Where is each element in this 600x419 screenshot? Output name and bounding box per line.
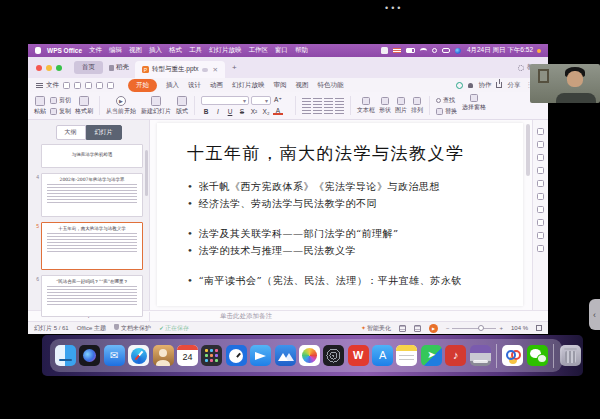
sync-icon[interactable] — [456, 82, 463, 89]
zoom-slider[interactable] — [452, 328, 496, 329]
new-tab-button[interactable]: + — [232, 63, 237, 72]
notes-app-icon[interactable] — [396, 345, 417, 366]
bullet-list-icon[interactable] — [302, 98, 311, 105]
align-left-icon[interactable] — [302, 107, 311, 114]
screenshot-preview-icon[interactable] — [470, 345, 491, 366]
close-window-button[interactable] — [36, 65, 42, 71]
arrange-button[interactable]: 排列 — [411, 97, 423, 115]
contacts-icon[interactable] — [153, 345, 174, 366]
slide-page[interactable]: 十五年前，南大的法学与法教义学 张千帆《西方宪政体系》《宪法学导论》与政治思想 … — [157, 123, 523, 306]
minimize-window-button[interactable] — [46, 65, 52, 71]
preview-icon[interactable] — [85, 82, 92, 89]
launchpad-icon[interactable] — [201, 345, 222, 366]
paste-button[interactable]: 粘贴 — [34, 96, 46, 116]
transition-icon[interactable] — [537, 219, 544, 226]
textbox-button[interactable]: 文本框 — [357, 97, 375, 115]
siri-icon[interactable] — [455, 48, 461, 54]
flag-icon[interactable] — [393, 48, 401, 53]
indent-increase-icon[interactable] — [335, 98, 344, 105]
netease-music-icon[interactable]: ♪ — [445, 345, 466, 366]
shape-button[interactable]: 形状 — [379, 97, 391, 115]
ribbon-tab-design[interactable]: 设计 — [188, 81, 201, 90]
call-more-menu[interactable]: ••• — [385, 3, 403, 13]
menu-format[interactable]: 格式 — [169, 46, 182, 55]
ribbon-tab-view[interactable]: 视图 — [296, 81, 309, 90]
finder-icon[interactable] — [55, 345, 76, 366]
zoom-level[interactable]: 104 % — [511, 325, 528, 331]
menu-help[interactable]: 帮助 — [295, 46, 308, 55]
app-name[interactable]: WPS Office — [47, 47, 82, 54]
slide-thumbnail-3[interactable]: 与德宪法学的初相遇 — [41, 144, 143, 168]
numbered-list-icon[interactable] — [313, 98, 322, 105]
ribbon-tab-review[interactable]: 审阅 — [274, 81, 287, 90]
bold-button[interactable]: B — [201, 107, 211, 116]
slide-thumbnail-5-selected[interactable]: 十五年前，南大的法学与法教义学 — [41, 222, 143, 270]
zoom-slider-knob[interactable] — [478, 325, 484, 331]
italic-button[interactable]: I — [213, 107, 223, 116]
menu-workspace[interactable]: 工作区 — [249, 46, 269, 55]
mountain-app-icon[interactable] — [275, 345, 296, 366]
protection-status[interactable]: 文档未保护 — [114, 324, 151, 333]
copy-button[interactable]: 复制 — [50, 107, 71, 116]
comment-icon[interactable] — [537, 180, 544, 187]
photos-icon[interactable] — [299, 345, 320, 366]
font-size-select[interactable]: ▾ — [251, 96, 271, 105]
save-icon[interactable] — [63, 82, 70, 89]
wps-office-icon[interactable]: W — [348, 345, 369, 366]
webcam-video-tile[interactable] — [530, 64, 600, 103]
redo-icon[interactable] — [107, 82, 114, 89]
grow-font-button[interactable]: A⁺ — [273, 96, 283, 105]
replace-button[interactable]: 替换 — [436, 107, 457, 116]
layers-icon[interactable] — [537, 167, 544, 174]
menu-tools[interactable]: 工具 — [189, 46, 202, 55]
font-family-select[interactable]: ▾ — [201, 96, 249, 105]
siri-dock-icon[interactable] — [79, 345, 100, 366]
align-right-icon[interactable] — [324, 107, 333, 114]
slide-scrollbar[interactable] — [526, 124, 530, 176]
layout-button[interactable]: 版式 — [176, 94, 188, 117]
slide-thumbnail-4[interactable]: 2002年-2007年的法学与法学界 — [41, 173, 143, 217]
selection-pane-button[interactable]: 选择窗格 — [462, 94, 486, 117]
menu-insert[interactable]: 插入 — [149, 46, 162, 55]
panel-scrollbar[interactable] — [145, 150, 148, 196]
wifi-icon[interactable] — [420, 48, 427, 54]
play-from-current-button[interactable]: ▶ 从当前开始 — [106, 94, 136, 117]
menu-edit[interactable]: 编辑 — [109, 46, 122, 55]
animation-pane-icon[interactable] — [537, 141, 544, 148]
trash-icon[interactable] — [560, 345, 581, 366]
font-color-button[interactable]: A — [273, 107, 283, 115]
tab-slides[interactable]: 幻灯片 — [86, 125, 122, 140]
undo-icon[interactable] — [96, 82, 103, 89]
tab-outline[interactable]: 大纲 — [56, 125, 86, 140]
fullscreen-icon[interactable] — [536, 325, 542, 331]
color-scheme-icon[interactable] — [537, 154, 544, 161]
share-button[interactable]: 分享 — [507, 81, 520, 90]
ribbon-tab-animation[interactable]: 动画 — [210, 81, 223, 90]
subscript-button[interactable]: X₂ — [261, 107, 271, 116]
zoom-out-button[interactable]: − — [446, 325, 450, 331]
clock-icon[interactable] — [226, 345, 247, 366]
control-center-icon[interactable] — [442, 48, 450, 53]
menu-window[interactable]: 窗口 — [275, 46, 288, 55]
zoom-in-button[interactable]: + — [499, 325, 503, 331]
slide-thumbnail-6[interactable]: “民法合宪—好吗吗？”“宪”在哪里？ — [41, 275, 143, 317]
format-painter-button[interactable]: 格式刷 — [75, 96, 93, 116]
properties-icon[interactable] — [537, 128, 544, 135]
safari-icon[interactable] — [128, 345, 149, 366]
tab-docer[interactable]: 稻壳 — [103, 61, 135, 74]
find-button[interactable]: 查找 — [436, 96, 457, 105]
slideshow-play-button[interactable]: ▶ — [429, 324, 438, 333]
input-method-icon[interactable] — [381, 47, 388, 54]
fingerprint-app-icon[interactable] — [323, 345, 344, 366]
notes-placeholder[interactable]: 单击此处添加备注 — [150, 312, 272, 321]
collapsed-panel-tab[interactable]: ‹ — [589, 299, 600, 330]
picture-button[interactable]: 图片 — [395, 97, 407, 115]
template-icon[interactable] — [537, 232, 544, 239]
line-spacing-icon[interactable] — [335, 107, 344, 114]
normal-view-icon[interactable] — [399, 325, 406, 332]
sorter-view-icon[interactable] — [414, 325, 421, 332]
strikethrough-button[interactable]: S — [237, 107, 247, 116]
ribbon-tab-slideshow[interactable]: 幻灯片放映 — [232, 81, 265, 90]
tab-document[interactable]: P 转型与重生.pptx ✕ — [135, 61, 225, 78]
ribbon-tab-special[interactable]: 特色功能 — [318, 81, 344, 90]
